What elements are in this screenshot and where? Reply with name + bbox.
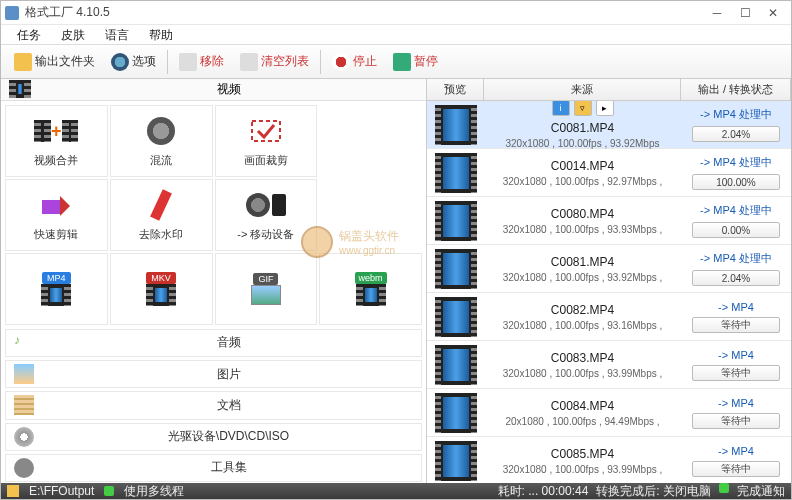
image-category[interactable]: 图片 [5,360,422,388]
progress-button[interactable]: 2.04% [692,126,780,142]
stop-label: 停止 [353,53,377,70]
output-folder-button[interactable]: 输出文件夹 [7,49,102,75]
disc-category[interactable]: 光驱设备\DVD\CD\ISO [5,423,422,451]
thumbnail [427,341,484,388]
status-text: -> MP4 [718,349,754,361]
col-source[interactable]: 来源 [484,79,681,100]
gear-icon [111,53,129,71]
maximize-button[interactable]: ☐ [731,3,759,23]
to-mkv[interactable]: MKV [110,253,213,325]
tools-category[interactable]: 工具集 [5,454,422,482]
to-mp4[interactable]: MP4 [5,253,108,325]
clear-button[interactable]: 清空列表 [233,49,316,75]
menubar: 任务 皮肤 语言 帮助 [1,25,791,45]
source-cell: C0085.MP4320x1080 , 100.00fps , 93.99Mbp… [484,437,681,484]
progress-button[interactable]: 100.00% [692,174,780,190]
multithread-checkbox[interactable] [104,486,114,496]
col-status[interactable]: 输出 / 转换状态 [681,79,791,100]
play-icon[interactable]: ▸ [596,101,614,116]
minimize-button[interactable]: ─ [703,3,731,23]
status-text: -> MP4 [718,445,754,457]
open-folder-icon[interactable]: ▿ [574,101,592,116]
disc-icon [14,427,34,447]
menu-skin[interactable]: 皮肤 [51,25,95,44]
tools-icon [14,458,34,478]
after-value[interactable]: 关闭电脑 [663,484,711,498]
to-gif[interactable]: GIF [215,253,318,325]
document-category[interactable]: 文档 [5,391,422,419]
folder-icon [14,53,32,71]
status-cell: -> MP4 处理中2.04% [681,245,791,292]
menu-task[interactable]: 任务 [7,25,51,44]
queue-row[interactable]: C0084.MP420x1080 , 100.00fps , 94.49Mbps… [427,389,791,437]
output-path[interactable]: E:\FFOutput [29,484,94,498]
progress-button[interactable]: 等待中 [692,317,780,333]
source-cell: C0081.MP4320x1080 , 100.00fps , 93.92Mbp… [484,245,681,292]
video-tool-grid: +视频合并 混流 画面裁剪 快速剪辑 去除水印 -> 移动设备 MP4 MKV … [1,101,426,329]
status-text: -> MP4 [718,301,754,313]
source-cell: C0084.MP420x1080 , 100.00fps , 94.49Mbps… [484,389,681,436]
file-meta: 320x1080 , 100.00fps , 93.93Mbps , [503,224,663,235]
queue-row[interactable]: C0083.MP4320x1080 , 100.00fps , 93.99Mbp… [427,341,791,389]
queue-row[interactable]: C0080.MP4320x1080 , 100.00fps , 93.93Mbp… [427,197,791,245]
multithread-label: 使用多线程 [124,483,184,500]
info-icon[interactable]: i [552,101,570,116]
queue-row[interactable]: C0085.MP4320x1080 , 100.00fps , 93.99Mbp… [427,437,791,485]
remove-watermark[interactable]: 去除水印 [110,179,213,251]
stop-button[interactable]: 停止 [325,49,384,75]
window-title: 格式工厂 4.10.5 [25,4,703,21]
document-icon [14,395,34,415]
pause-button[interactable]: 暂停 [386,49,445,75]
pause-icon [393,53,411,71]
options-button[interactable]: 选项 [104,49,163,75]
queue-row[interactable]: C0014.MP4320x1080 , 100.00fps , 92.97Mbp… [427,149,791,197]
col-preview[interactable]: 预览 [427,79,484,100]
queue-row[interactable]: C0082.MP4320x1080 , 100.00fps , 93.16Mbp… [427,293,791,341]
empty-cell [319,179,422,251]
file-meta: 320x1080 , 100.00fps , 93.92Mbps [505,138,659,149]
queue-list[interactable]: i▿▸C0081.MP4320x1080 , 100.00fps , 93.92… [427,101,791,485]
queue-row[interactable]: C0081.MP4320x1080 , 100.00fps , 93.92Mbp… [427,245,791,293]
quick-trim[interactable]: 快速剪辑 [5,179,108,251]
file-meta: 20x1080 , 100.00fps , 94.49Mbps , [506,416,660,427]
notify-checkbox[interactable] [719,483,729,493]
status-cell: -> MP4 处理中0.00% [681,197,791,244]
svg-rect-1 [42,200,60,214]
separator [320,50,321,74]
to-mobile[interactable]: -> 移动设备 [215,179,318,251]
menu-help[interactable]: 帮助 [139,25,183,44]
progress-button[interactable]: 等待中 [692,413,780,429]
progress-button[interactable]: 2.04% [692,270,780,286]
video-mux[interactable]: 混流 [110,105,213,177]
to-webm[interactable]: webm [319,253,422,325]
queue-header: 预览 来源 输出 / 转换状态 [427,79,791,101]
remove-button[interactable]: 移除 [172,49,231,75]
status-cell: -> MP4 处理中100.00% [681,149,791,196]
video-crop[interactable]: 画面裁剪 [215,105,318,177]
folder-icon[interactable] [7,485,19,497]
file-name: C0084.MP4 [551,399,614,413]
status-text: -> MP4 处理中 [700,155,772,170]
remove-label: 移除 [200,53,224,70]
separator [167,50,168,74]
progress-button[interactable]: 0.00% [692,222,780,238]
main-area: 视频 +视频合并 混流 画面裁剪 快速剪辑 去除水印 -> 移动设备 MP4 M… [1,79,791,485]
toolbar: 输出文件夹 选项 移除 清空列表 停止 暂停 [1,45,791,79]
stop-icon [332,53,350,71]
queue-row[interactable]: i▿▸C0081.MP4320x1080 , 100.00fps , 93.92… [427,101,791,149]
menu-language[interactable]: 语言 [95,25,139,44]
app-icon [5,6,19,20]
audio-category[interactable]: ♪音频 [5,329,422,357]
progress-button[interactable]: 等待中 [692,461,780,477]
elapsed-label: 耗时: [498,484,525,498]
remove-icon [179,53,197,71]
video-merge[interactable]: +视频合并 [5,105,108,177]
statusbar: E:\FFOutput 使用多线程 耗时: ... 00:00:44 转换完成后… [1,483,791,499]
progress-button[interactable]: 等待中 [692,365,780,381]
source-cell: C0083.MP4320x1080 , 100.00fps , 93.99Mbp… [484,341,681,388]
close-button[interactable]: ✕ [759,3,787,23]
thumbnail [427,101,484,148]
source-cell: C0080.MP4320x1080 , 100.00fps , 93.93Mbp… [484,197,681,244]
thumbnail [427,197,484,244]
video-category-header[interactable]: 视频 [1,79,426,101]
